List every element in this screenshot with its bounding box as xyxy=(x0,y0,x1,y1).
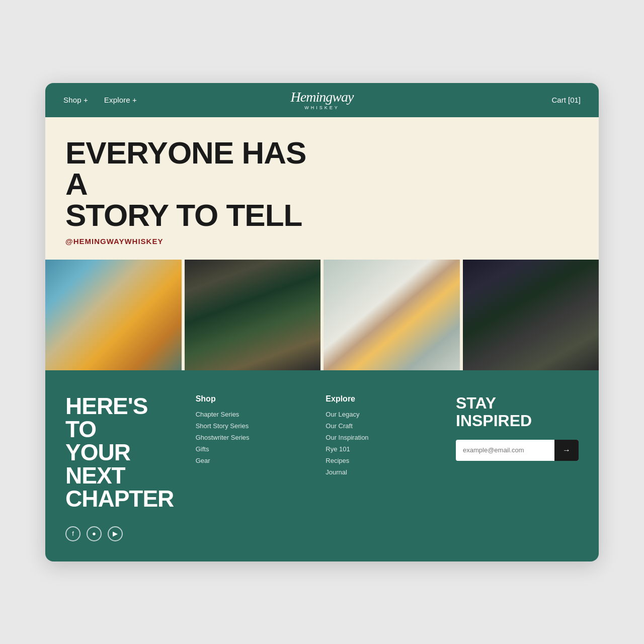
tagline-line1: HERE'S TO xyxy=(65,394,184,441)
footer-tagline-col: HERE'S TO YOUR NEXT CHAPTER f ● ▶ xyxy=(65,394,184,541)
footer-journal[interactable]: Journal xyxy=(326,468,444,476)
tagline-line2: YOUR NEXT xyxy=(65,441,184,487)
footer-inspired-col: STAY INSPIRED → xyxy=(456,394,579,461)
footer-gear[interactable]: Gear xyxy=(196,457,314,464)
explore-col-title: Explore xyxy=(326,394,444,404)
instagram-icon[interactable]: ● xyxy=(87,526,102,541)
stay-title-line1: STAY xyxy=(456,394,579,412)
youtube-icon[interactable]: ▶ xyxy=(108,526,123,541)
stay-inspired-title: STAY INSPIRED xyxy=(456,394,579,430)
logo[interactable]: Hemingway WHISKEY xyxy=(291,90,354,110)
tagline-line3: CHAPTER xyxy=(65,487,184,510)
footer-short-story-series[interactable]: Short Story Series xyxy=(196,422,314,430)
nav-left: Shop + Explore + xyxy=(63,96,137,104)
hero-section: EVERYONE HAS A STORY TO TELL @HEMINGWAYW… xyxy=(45,117,599,370)
photo-1 xyxy=(45,260,182,370)
email-submit-button[interactable]: → xyxy=(554,440,579,461)
hero-headline-line1: EVERYONE HAS A xyxy=(65,135,306,201)
social-icons: f ● ▶ xyxy=(65,526,184,541)
footer-shop-col: Shop Chapter Series Short Story Series G… xyxy=(196,394,314,468)
footer-our-inspiration[interactable]: Our Inspiration xyxy=(326,434,444,441)
footer-our-craft[interactable]: Our Craft xyxy=(326,422,444,430)
social-handle[interactable]: @HEMINGWAYWHISKEY xyxy=(65,237,579,246)
navbar: Shop + Explore + Hemingway WHISKEY Cart … xyxy=(45,83,599,117)
email-form: → xyxy=(456,440,579,461)
cart-button[interactable]: Cart [01] xyxy=(551,96,581,104)
footer-rye-101[interactable]: Rye 101 xyxy=(326,445,444,453)
footer-ghostwriter-series[interactable]: Ghostwriter Series xyxy=(196,434,314,441)
explore-nav-link[interactable]: Explore + xyxy=(104,96,137,104)
shop-nav-link[interactable]: Shop + xyxy=(63,96,88,104)
footer-our-legacy[interactable]: Our Legacy xyxy=(326,411,444,418)
footer: HERE'S TO YOUR NEXT CHAPTER f ● ▶ Shop C… xyxy=(45,370,599,561)
facebook-icon[interactable]: f xyxy=(65,526,80,541)
photo-2 xyxy=(185,260,321,370)
logo-main-text: Hemingway xyxy=(291,90,354,104)
hero-headline: EVERYONE HAS A STORY TO TELL xyxy=(65,137,327,231)
browser-window: Shop + Explore + Hemingway WHISKEY Cart … xyxy=(45,83,599,561)
logo-sub-text: WHISKEY xyxy=(304,105,340,110)
footer-chapter-series[interactable]: Chapter Series xyxy=(196,411,314,418)
shop-col-title: Shop xyxy=(196,394,314,404)
stay-title-line2: INSPIRED xyxy=(456,412,579,430)
footer-recipes[interactable]: Recipes xyxy=(326,457,444,464)
photo-4 xyxy=(463,260,599,370)
footer-tagline: HERE'S TO YOUR NEXT CHAPTER xyxy=(65,394,184,510)
footer-gifts[interactable]: Gifts xyxy=(196,445,314,453)
email-input[interactable] xyxy=(456,440,554,460)
hero-headline-line2: STORY TO TELL xyxy=(65,198,302,232)
photo-grid xyxy=(45,260,599,370)
photo-3 xyxy=(324,260,460,370)
footer-explore-col: Explore Our Legacy Our Craft Our Inspira… xyxy=(326,394,444,480)
